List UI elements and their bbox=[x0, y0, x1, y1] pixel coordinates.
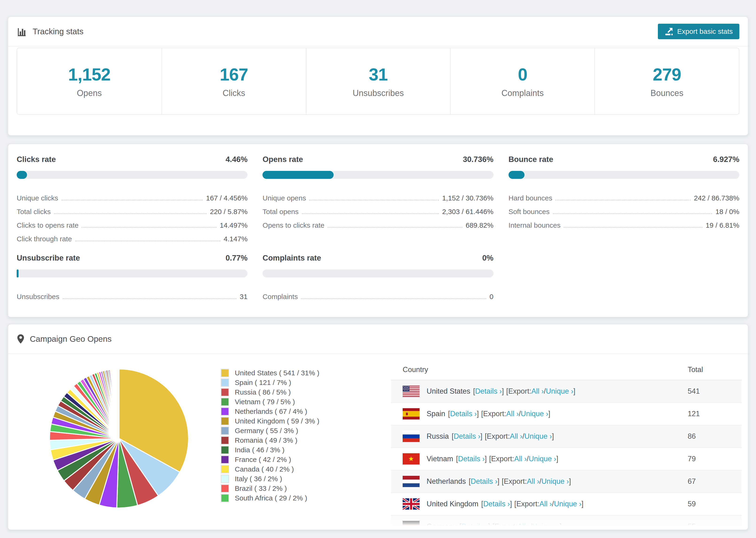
rate-stat-value: 0 bbox=[490, 292, 494, 301]
details-link[interactable]: Details › bbox=[454, 432, 480, 441]
summary-cell-bounces: 279Bounces bbox=[594, 48, 739, 114]
export-unique-link[interactable]: Unique › bbox=[532, 522, 560, 530]
export-all-link[interactable]: All › bbox=[514, 455, 527, 463]
details-link[interactable]: Details › bbox=[471, 477, 498, 486]
rate-stat-value: 167 / 4.456% bbox=[206, 193, 248, 203]
rate-title: Opens rate bbox=[262, 155, 303, 164]
export-all-link[interactable]: All › bbox=[510, 432, 522, 441]
export-all-link[interactable]: All › bbox=[531, 387, 544, 396]
summary-cell-opens: 1,152Opens bbox=[17, 48, 162, 114]
column-header-country: Country bbox=[391, 365, 688, 374]
column-header-total: Total bbox=[688, 365, 742, 374]
legend-swatch bbox=[221, 484, 229, 493]
vn-flag-icon bbox=[403, 453, 419, 464]
geo-table-row-ru: Russia[Details ›][Export: All › / Unique… bbox=[391, 425, 742, 448]
legend-item-united-kingdom: United Kingdom ( 59 / 3% ) bbox=[221, 416, 319, 426]
export-all-link[interactable]: All › bbox=[527, 477, 539, 486]
legend-label: Italy ( 36 / 2% ) bbox=[235, 475, 282, 483]
rate-block-bounce-rate: Bounce rate6.927%Hard bounces242 / 86.73… bbox=[509, 155, 739, 243]
dotted-leader bbox=[75, 241, 220, 241]
summary-label: Bounces bbox=[651, 88, 683, 98]
rate-stat-label: Hard bounces bbox=[509, 193, 553, 203]
country-name: Netherlands bbox=[427, 477, 466, 486]
pie-legend: United States ( 541 / 31% )Spain ( 121 /… bbox=[221, 368, 319, 503]
export-unique-link[interactable]: Unique › bbox=[546, 387, 573, 396]
rate-stat-label: Complaints bbox=[262, 292, 298, 301]
country-name: Russia bbox=[427, 432, 449, 441]
rate-stat-row: Total opens2,303 / 61.446% bbox=[262, 203, 493, 216]
geo-row-total: 59 bbox=[688, 500, 742, 508]
rate-title: Unsubscribe rate bbox=[17, 253, 80, 262]
summary-cell-complaints: 0Complaints bbox=[450, 48, 594, 114]
legend-item-italy: Italy ( 36 / 2% ) bbox=[221, 474, 319, 484]
legend-label: South Africa ( 29 / 2% ) bbox=[235, 494, 307, 502]
legend-swatch bbox=[221, 456, 229, 464]
slash: / bbox=[519, 409, 521, 418]
geo-table-header: Country Total bbox=[391, 360, 742, 380]
rate-stat-row: Complaints0 bbox=[262, 288, 493, 301]
rate-title: Bounce rate bbox=[509, 155, 553, 164]
export-all-link[interactable]: All › bbox=[517, 522, 530, 530]
export-all-link[interactable]: All › bbox=[539, 500, 552, 508]
export-unique-link[interactable]: Unique › bbox=[521, 409, 548, 418]
export-unique-link[interactable]: Unique › bbox=[554, 500, 581, 508]
export-unique-link[interactable]: Unique › bbox=[529, 455, 556, 463]
legend-swatch bbox=[221, 494, 229, 502]
export-prefix: [Export: bbox=[514, 500, 540, 508]
export-all-link[interactable]: All › bbox=[506, 409, 519, 418]
legend-swatch bbox=[221, 426, 229, 435]
summary-value: 0 bbox=[518, 65, 527, 84]
bracket: ] bbox=[502, 387, 504, 396]
rate-progress-fill bbox=[262, 171, 333, 179]
legend-label: United States ( 541 / 31% ) bbox=[235, 369, 319, 377]
rate-progress-track bbox=[17, 269, 247, 278]
rate-stat-label: Internal bounces bbox=[509, 221, 561, 230]
slash: / bbox=[527, 455, 529, 463]
geo-row-country-cell: Russia[Details ›][Export: All › / Unique… bbox=[427, 432, 688, 441]
geo-row-country-cell: Spain[Details ›][Export: All › / Unique … bbox=[427, 409, 688, 418]
export-basic-stats-label: Export basic stats bbox=[677, 27, 733, 35]
summary-cell-unsubscribes: 31Unsubscribes bbox=[306, 48, 450, 114]
rate-progress-fill bbox=[509, 171, 524, 179]
bracket: ] bbox=[477, 409, 479, 418]
details-link[interactable]: Details › bbox=[450, 409, 477, 418]
bracket: [ bbox=[469, 477, 471, 486]
nl-flag-icon bbox=[403, 476, 419, 487]
dotted-leader bbox=[564, 227, 702, 228]
legend-label: Romania ( 49 / 3% ) bbox=[235, 436, 297, 444]
bracket: [ bbox=[473, 387, 475, 396]
export-unique-link[interactable]: Unique › bbox=[524, 432, 552, 441]
rate-stat-row: Hard bounces242 / 86.738% bbox=[509, 189, 739, 203]
geo-row-country-cell: Netherlands[Details ›][Export: All › / U… bbox=[427, 477, 688, 486]
rate-progress-fill bbox=[17, 171, 27, 179]
dotted-leader bbox=[82, 227, 216, 228]
rate-stat-label: Unique clicks bbox=[17, 193, 58, 203]
rate-stat-row: Click through rate4.147% bbox=[17, 230, 247, 243]
bar-chart-icon bbox=[17, 26, 27, 37]
dotted-leader bbox=[553, 213, 712, 214]
bracket: ] bbox=[548, 409, 550, 418]
legend-label: Vietnam ( 79 / 5% ) bbox=[235, 398, 295, 406]
export-prefix: [Export: bbox=[489, 455, 514, 463]
rate-stat-label: Total opens bbox=[262, 207, 298, 216]
export-unique-link[interactable]: Unique › bbox=[541, 477, 569, 486]
legend-item-united-states: United States ( 541 / 31% ) bbox=[221, 368, 319, 378]
details-link[interactable]: Details › bbox=[461, 522, 488, 530]
bracket: ] bbox=[488, 522, 490, 530]
dotted-leader bbox=[54, 213, 207, 214]
slash: / bbox=[544, 387, 546, 396]
details-link[interactable]: Details › bbox=[458, 455, 485, 463]
export-basic-stats-button[interactable]: Export basic stats bbox=[658, 24, 739, 39]
bracket: ] bbox=[510, 500, 512, 508]
details-link[interactable]: Details › bbox=[483, 500, 510, 508]
rate-block-unsubscribe-rate: Unsubscribe rate0.77%Unsubscribes31 bbox=[17, 253, 247, 301]
rate-stat-row: Clicks to opens rate14.497% bbox=[17, 216, 247, 230]
export-prefix: [Export: bbox=[492, 522, 517, 530]
rate-stat-label: Unique opens bbox=[262, 193, 306, 203]
summary-label: Opens bbox=[77, 88, 102, 98]
geo-row-total: 67 bbox=[688, 477, 742, 486]
details-link[interactable]: Details › bbox=[475, 387, 502, 396]
legend-swatch bbox=[221, 475, 229, 483]
legend-label: Russia ( 86 / 5% ) bbox=[235, 388, 291, 396]
rate-stat-row: Opens to clicks rate689.82% bbox=[262, 216, 493, 230]
